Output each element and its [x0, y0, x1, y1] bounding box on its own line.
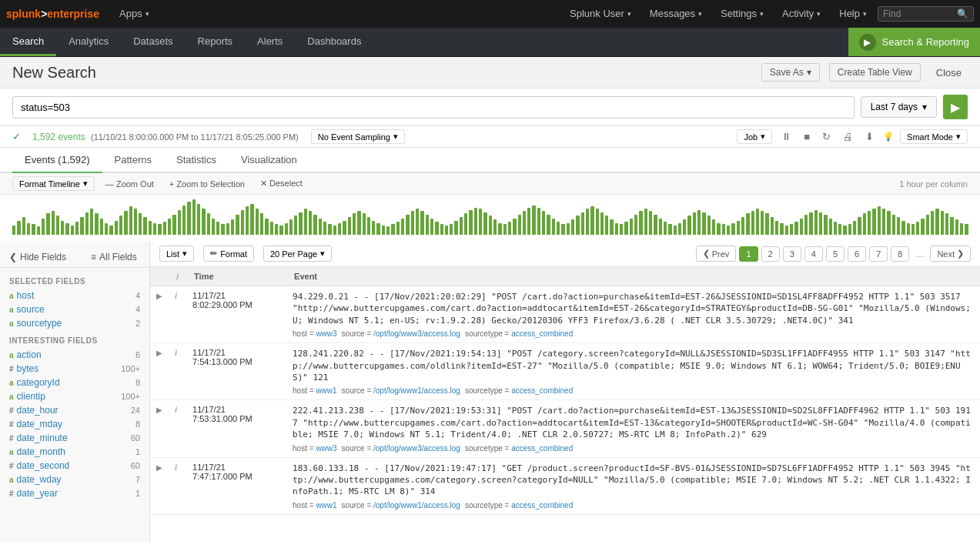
- histogram-bar[interactable]: [357, 211, 360, 235]
- histogram-bar[interactable]: [737, 221, 740, 235]
- field-date-wday[interactable]: a date_wday 7: [0, 473, 149, 486]
- event-tag[interactable]: host = www3: [293, 444, 337, 453]
- refresh-button[interactable]: ↻: [819, 129, 834, 144]
- tab-events[interactable]: Events (1,592): [12, 148, 102, 173]
- field-date-month[interactable]: a date_month 1: [0, 445, 149, 459]
- histogram-bar[interactable]: [654, 215, 657, 235]
- prev-page-button[interactable]: ❮ Prev: [696, 246, 737, 262]
- histogram-bar[interactable]: [693, 212, 696, 235]
- histogram-bar[interactable]: [460, 217, 463, 235]
- field-date-mday[interactable]: # date_mday 8: [0, 417, 149, 431]
- sampling-button[interactable]: No Event Sampling ▾: [311, 129, 405, 144]
- event-tag[interactable]: host = www1: [293, 386, 337, 395]
- histogram-bar[interactable]: [386, 226, 390, 235]
- zoom-selection-button[interactable]: + Zoom to Selection: [165, 178, 249, 190]
- histogram-bar[interactable]: [56, 216, 59, 235]
- histogram-bar[interactable]: [202, 209, 205, 235]
- close-button[interactable]: Close: [930, 64, 968, 82]
- histogram-bar[interactable]: [75, 222, 79, 235]
- histogram-bar[interactable]: [260, 213, 263, 235]
- histogram-bar[interactable]: [192, 199, 196, 235]
- histogram-bar[interactable]: [508, 222, 511, 235]
- histogram-bar[interactable]: [474, 208, 477, 235]
- find-box[interactable]: 🔍: [878, 6, 974, 22]
- expand-row-button[interactable]: ▶: [156, 349, 162, 357]
- field-date-minute[interactable]: # date_minute 60: [0, 431, 149, 445]
- histogram-bar[interactable]: [581, 212, 584, 235]
- page-3-button[interactable]: 3: [783, 246, 801, 262]
- histogram-bar[interactable]: [819, 212, 822, 235]
- field-source[interactable]: a source 4: [0, 302, 149, 316]
- create-table-view-button[interactable]: Create Table View: [829, 63, 921, 82]
- histogram-bar[interactable]: [304, 209, 307, 235]
- event-tag[interactable]: sourcetype = access_combined: [465, 386, 573, 395]
- zoom-out-button[interactable]: — Zoom Out: [101, 178, 159, 190]
- histogram-bar[interactable]: [270, 222, 273, 235]
- histogram-bar[interactable]: [712, 219, 715, 235]
- histogram-bar[interactable]: [430, 219, 433, 235]
- histogram-bar[interactable]: [289, 219, 293, 235]
- histogram-bar[interactable]: [338, 223, 341, 235]
- field-date-hour[interactable]: # date_hour 24: [0, 403, 149, 417]
- histogram-bar[interactable]: [707, 216, 711, 235]
- histogram-bar[interactable]: [955, 219, 958, 235]
- histogram-bar[interactable]: [236, 215, 239, 235]
- histogram-bar[interactable]: [542, 211, 545, 235]
- histogram-bar[interactable]: [809, 212, 812, 235]
- per-page-button[interactable]: 20 Per Page ▾: [263, 246, 332, 262]
- histogram-bar[interactable]: [547, 215, 550, 235]
- search-reporting-button[interactable]: ▶ Search & Reporting: [848, 28, 980, 56]
- histogram-bar[interactable]: [567, 223, 570, 235]
- histogram-bar[interactable]: [328, 224, 331, 235]
- histogram-bar[interactable]: [479, 209, 482, 235]
- histogram-bar[interactable]: [624, 222, 627, 235]
- time-range-button[interactable]: Last 7 days ▾: [861, 96, 937, 118]
- event-tag[interactable]: sourcetype = access_combined: [465, 501, 573, 510]
- find-input[interactable]: [883, 8, 952, 19]
- histogram-bar[interactable]: [887, 211, 890, 235]
- histogram-bar[interactable]: [771, 217, 774, 235]
- search-go-button[interactable]: ▶: [943, 95, 968, 119]
- field-categoryid[interactable]: a categoryId 8: [0, 376, 149, 389]
- histogram-bar[interactable]: [775, 221, 778, 235]
- histogram-bar[interactable]: [945, 213, 948, 235]
- histogram-bar[interactable]: [250, 204, 253, 235]
- histogram-bar[interactable]: [241, 210, 244, 235]
- histogram-bar[interactable]: [182, 206, 186, 235]
- histogram-bar[interactable]: [353, 213, 356, 235]
- histogram-bar[interactable]: [960, 223, 963, 235]
- event-tag[interactable]: source = /opt/log/www1/access.log: [342, 501, 460, 510]
- histogram-bar[interactable]: [950, 217, 953, 235]
- histogram-bar[interactable]: [95, 213, 98, 235]
- splunk-user-nav[interactable]: Splunk User ▾: [562, 0, 639, 28]
- histogram-bar[interactable]: [143, 217, 146, 235]
- help-nav[interactable]: Help ▾: [831, 0, 875, 28]
- page-7-button[interactable]: 7: [869, 246, 888, 262]
- histogram-bar[interactable]: [149, 221, 152, 235]
- field-sourcetype[interactable]: a sourcetype 2: [0, 316, 149, 330]
- histogram-bar[interactable]: [557, 222, 560, 235]
- histogram-bar[interactable]: [620, 224, 623, 235]
- histogram-bar[interactable]: [464, 213, 467, 235]
- histogram-bar[interactable]: [649, 211, 652, 235]
- histogram-bar[interactable]: [697, 210, 701, 235]
- histogram-bar[interactable]: [37, 226, 40, 235]
- apps-nav[interactable]: Apps ▾: [112, 0, 157, 28]
- histogram-bar[interactable]: [780, 223, 783, 235]
- histogram-bar[interactable]: [323, 222, 326, 235]
- histogram-bar[interactable]: [674, 226, 677, 235]
- histogram-bar[interactable]: [313, 215, 316, 235]
- smart-mode-button[interactable]: Smart Mode ▾: [900, 129, 968, 144]
- histogram-bar[interactable]: [416, 209, 419, 235]
- histogram-bar[interactable]: [727, 226, 730, 235]
- histogram-bar[interactable]: [119, 216, 122, 235]
- histogram-bar[interactable]: [450, 224, 453, 235]
- histogram-bar[interactable]: [163, 222, 166, 235]
- format-timeline-button[interactable]: Format Timeline ▾: [12, 176, 95, 191]
- histogram-bar[interactable]: [634, 215, 637, 235]
- histogram-bar[interactable]: [129, 206, 132, 235]
- histogram-bar[interactable]: [212, 219, 215, 235]
- histogram-bar[interactable]: [221, 224, 224, 235]
- histogram-bar[interactable]: [853, 221, 856, 235]
- histogram-bar[interactable]: [52, 211, 55, 235]
